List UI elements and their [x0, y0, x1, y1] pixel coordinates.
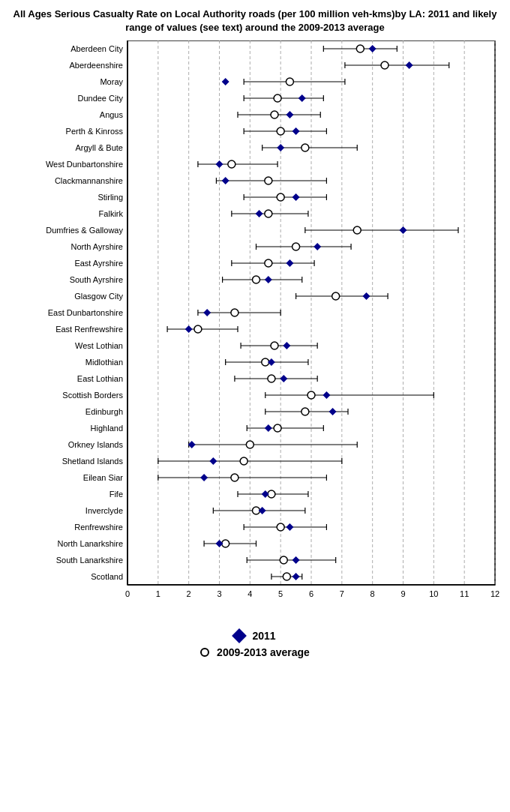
- svg-text:East Lothian: East Lothian: [77, 374, 123, 383]
- svg-text:Argyll & Bute: Argyll & Bute: [75, 143, 123, 152]
- svg-text:7: 7: [340, 589, 344, 598]
- svg-text:South Ayrshire: South Ayrshire: [70, 275, 123, 284]
- svg-text:Eilean Siar: Eilean Siar: [83, 473, 124, 482]
- svg-point-107: [332, 292, 340, 300]
- svg-point-119: [194, 325, 202, 333]
- svg-text:10: 10: [429, 589, 438, 598]
- svg-point-17: [356, 45, 364, 52]
- svg-text:Highland: Highland: [91, 424, 123, 433]
- svg-text:East Dunbartonshire: East Dunbartonshire: [48, 308, 123, 317]
- svg-text:West Dunbartonshire: West Dunbartonshire: [46, 160, 123, 169]
- svg-point-95: [265, 259, 272, 267]
- svg-text:North Lanarkshire: North Lanarkshire: [58, 539, 123, 548]
- svg-text:Edinburgh: Edinburgh: [86, 407, 123, 416]
- svg-point-89: [292, 243, 300, 250]
- svg-point-137: [268, 375, 275, 382]
- svg-text:Angus: Angus: [100, 110, 124, 119]
- svg-text:Glasgow City: Glasgow City: [74, 292, 123, 301]
- svg-text:North Ayrshire: North Ayrshire: [71, 242, 124, 251]
- svg-text:6: 6: [309, 589, 314, 598]
- svg-point-161: [246, 441, 254, 448]
- svg-text:East Ayrshire: East Ayrshire: [74, 259, 123, 268]
- svg-text:Moray: Moray: [100, 77, 123, 86]
- svg-point-35: [274, 94, 281, 102]
- svg-point-155: [274, 424, 281, 432]
- svg-point-53: [302, 144, 309, 151]
- svg-text:Dumfries & Galloway: Dumfries & Galloway: [46, 226, 123, 235]
- svg-point-101: [253, 276, 260, 283]
- svg-point-209: [283, 573, 290, 580]
- svg-point-125: [271, 342, 278, 349]
- svg-text:2: 2: [187, 589, 191, 598]
- svg-text:Orkney Islands: Orkney Islands: [68, 440, 124, 449]
- svg-text:5: 5: [278, 589, 283, 598]
- legend-item-average: 2009-2013 average: [200, 646, 310, 658]
- svg-text:Falkirk: Falkirk: [99, 209, 124, 218]
- svg-point-77: [265, 210, 272, 217]
- legend: 2011 2009-2013 average: [8, 630, 502, 658]
- svg-text:Aberdeen City: Aberdeen City: [70, 44, 123, 53]
- circle-legend-icon: [200, 648, 209, 657]
- svg-text:Fife: Fife: [110, 490, 123, 499]
- svg-point-203: [280, 556, 287, 564]
- svg-text:4: 4: [248, 589, 252, 598]
- svg-text:Aberdeenshire: Aberdeenshire: [69, 61, 123, 70]
- svg-text:Clackmannanshire: Clackmannanshire: [55, 176, 123, 185]
- diamond-legend-icon: [232, 628, 248, 643]
- svg-text:Inverclyde: Inverclyde: [86, 506, 123, 515]
- svg-point-83: [353, 226, 361, 234]
- legend-item-2011: 2011: [234, 630, 275, 642]
- svg-point-47: [277, 127, 284, 135]
- svg-point-149: [302, 408, 309, 415]
- svg-text:11: 11: [460, 589, 469, 598]
- chart-area: Aberdeen CityAberdeenshireMorayDundee Ci…: [8, 40, 502, 615]
- svg-point-143: [308, 391, 315, 399]
- svg-point-29: [286, 78, 293, 85]
- svg-point-23: [381, 61, 388, 69]
- svg-text:West Lothian: West Lothian: [75, 341, 123, 350]
- svg-point-65: [265, 177, 272, 184]
- legend-2011-label: 2011: [252, 630, 275, 642]
- svg-point-113: [231, 309, 238, 316]
- svg-point-167: [240, 457, 248, 465]
- svg-text:3: 3: [217, 589, 221, 598]
- svg-text:0: 0: [125, 589, 130, 598]
- svg-point-59: [228, 160, 236, 168]
- svg-text:1: 1: [156, 589, 160, 598]
- svg-point-71: [277, 193, 284, 201]
- svg-text:Dundee City: Dundee City: [77, 94, 123, 103]
- main-chart: Aberdeen CityAberdeenshireMorayDundee Ci…: [8, 40, 502, 615]
- chart-container: All Ages Serious Casualty Rate on Local …: [0, 0, 510, 673]
- svg-point-173: [231, 474, 238, 481]
- svg-text:Renfrewshire: Renfrewshire: [74, 523, 123, 532]
- svg-text:Scottish Borders: Scottish Borders: [62, 391, 123, 400]
- svg-text:Perth & Kinross: Perth & Kinross: [66, 127, 124, 136]
- svg-text:Stirling: Stirling: [98, 193, 123, 202]
- svg-text:South Lanarkshire: South Lanarkshire: [56, 556, 123, 565]
- svg-text:9: 9: [400, 589, 405, 598]
- svg-point-191: [277, 523, 284, 531]
- svg-text:8: 8: [370, 589, 375, 598]
- svg-text:East Renfrewshire: East Renfrewshire: [56, 325, 123, 334]
- svg-text:Scotland: Scotland: [91, 572, 123, 581]
- svg-point-41: [271, 111, 278, 118]
- svg-text:12: 12: [490, 589, 500, 598]
- svg-text:Shetland Islands: Shetland Islands: [62, 457, 124, 466]
- legend-average-label: 2009-2013 average: [217, 646, 310, 658]
- svg-text:Midlothian: Midlothian: [86, 358, 123, 367]
- chart-title: All Ages Serious Casualty Rate on Local …: [8, 7, 502, 34]
